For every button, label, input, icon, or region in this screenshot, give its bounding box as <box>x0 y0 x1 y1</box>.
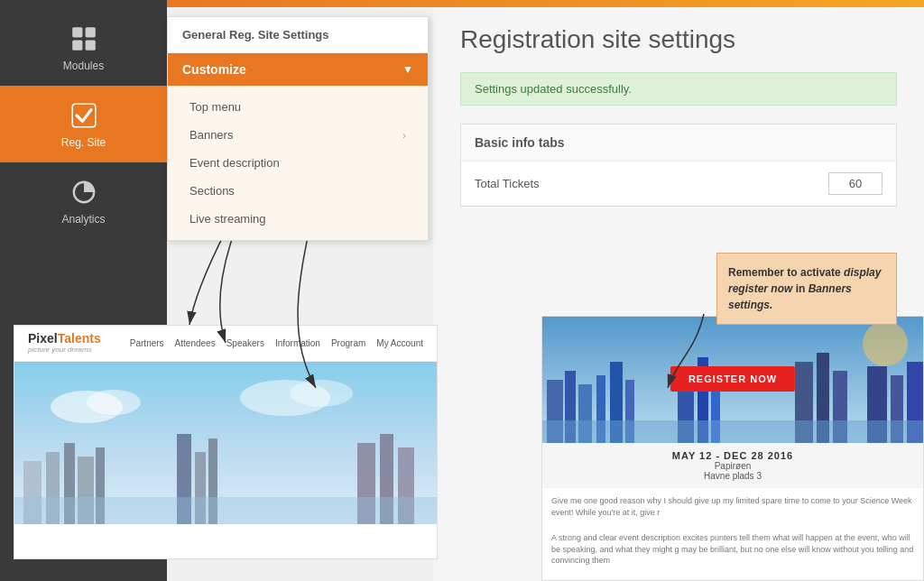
sidebar-item-modules[interactable]: Modules <box>0 9 167 86</box>
sidebar-label-regsite: Reg. Site <box>61 136 106 149</box>
callout-text-before: Remember to activate <box>728 266 844 279</box>
chevron-right-icon: › <box>402 130 406 141</box>
dropdown-menu: General Reg. Site Settings Customize ▼ T… <box>167 16 429 241</box>
submenu-item-sections[interactable]: Sections <box>168 177 428 205</box>
preview-text1: Give me one good reason why I should giv… <box>542 488 923 525</box>
preview-text2: A strong and clear event description exc… <box>542 525 923 574</box>
dropdown-header: General Reg. Site Settings <box>168 17 428 53</box>
total-tickets-value: 60 <box>828 172 882 195</box>
svg-rect-1 <box>85 27 95 37</box>
svg-point-8 <box>87 390 141 415</box>
sidebar-label-modules: Modules <box>63 60 104 72</box>
submenu-item-topmenu[interactable]: Top menu <box>168 93 428 121</box>
preview-event-info: MAY 12 - DEC 28 2016 Papirøen Havne plad… <box>542 443 923 488</box>
preview-skyline: REGISTER NOW <box>542 317 923 443</box>
page-title: Registration site settings <box>460 25 897 54</box>
svg-rect-3 <box>85 41 95 51</box>
svg-rect-22 <box>14 497 437 524</box>
register-now-button[interactable]: REGISTER NOW <box>670 366 795 392</box>
svg-rect-40 <box>542 420 923 443</box>
submenu-item-livestream[interactable]: Live streaming <box>168 205 428 233</box>
svg-point-24 <box>863 321 908 366</box>
preview-banner-left <box>14 362 437 524</box>
analytics-icon <box>68 176 100 208</box>
preview-right: REGISTER NOW MAY 12 - DEC 28 2016 Papirø… <box>541 316 924 581</box>
sidebar-item-regsite[interactable]: Reg. Site <box>0 86 167 162</box>
nav-speakers: Speakers <box>226 338 264 348</box>
callout-box: Remember to activate display register no… <box>716 253 897 325</box>
submenu-label-livestream: Live streaming <box>189 212 266 226</box>
dropdown-submenu: Top menu Banners › Event description Sec… <box>168 86 428 240</box>
customize-menu-item[interactable]: Customize ▼ <box>168 53 428 86</box>
logo-tagline: picture your dreams <box>28 346 101 355</box>
callout-text-after: in <box>792 282 808 295</box>
preview-header-left: PixelTalents picture your dreams Partner… <box>14 326 437 362</box>
nav-partners: Partners <box>130 338 164 348</box>
submenu-item-eventdesc[interactable]: Event description <box>168 149 428 177</box>
submenu-label-eventdesc: Event description <box>189 156 280 170</box>
bottom-preview-left: PixelTalents picture your dreams Partner… <box>14 325 438 559</box>
event-date: MAY 12 - DEC 28 2016 <box>550 450 916 461</box>
reg-site-icon <box>68 99 100 132</box>
settings-row-totaltickets: Total Tickets 60 <box>461 161 896 206</box>
customize-arrow: ▼ <box>402 63 413 76</box>
svg-point-10 <box>290 380 353 407</box>
preview-nav-left: Partners Attendees Speakers Information … <box>130 338 423 348</box>
event-venue-name: Papirøen <box>550 461 916 471</box>
nav-attendees: Attendees <box>175 338 216 348</box>
event-venue-address: Havne plads 3 <box>550 471 916 481</box>
submenu-label-banners: Banners <box>189 128 233 142</box>
sidebar-label-analytics: Analytics <box>61 213 105 226</box>
section-header-basicinfo: Basic info tabs <box>461 124 896 161</box>
modules-icon <box>68 23 100 55</box>
top-bar <box>167 0 924 7</box>
nav-information: Information <box>275 338 320 348</box>
logo-text-top: PixelTalents <box>28 332 101 346</box>
nav-myaccount: My Account <box>376 338 423 348</box>
nav-program: Program <box>331 338 365 348</box>
customize-label: Customize <box>182 62 246 77</box>
svg-rect-0 <box>72 27 82 37</box>
submenu-item-banners[interactable]: Banners › <box>168 121 428 149</box>
sidebar-item-analytics[interactable]: Analytics <box>0 162 167 239</box>
pixel-talents-logo: PixelTalents picture your dreams <box>28 332 101 354</box>
submenu-label-topmenu: Top menu <box>189 100 241 114</box>
svg-rect-2 <box>72 41 82 51</box>
success-banner: Settings updated successfully. <box>460 72 897 106</box>
submenu-label-sections: Sections <box>189 184 235 198</box>
settings-section-basicinfo: Basic info tabs Total Tickets 60 <box>460 124 897 207</box>
total-tickets-label: Total Tickets <box>475 177 828 190</box>
